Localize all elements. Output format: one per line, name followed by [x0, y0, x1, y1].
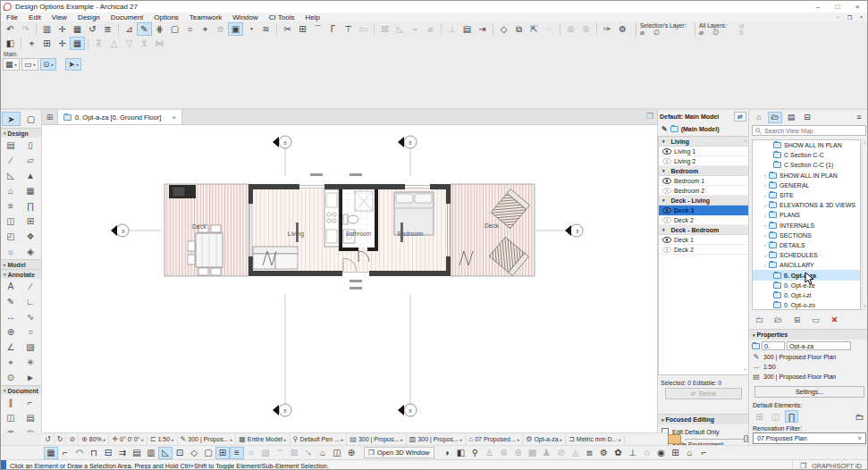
mdi-minimize-button[interactable]: – — [832, 14, 844, 21]
expander-icon[interactable]: › — [764, 263, 766, 268]
expander-icon[interactable]: › — [764, 222, 766, 228]
structure-display-combo[interactable]: ▦ Entire Model — [236, 434, 290, 445]
menu-item[interactable]: View — [46, 13, 72, 21]
layer-combination-combo[interactable]: ▤ 300 | Propos... — [347, 434, 406, 445]
mdi-restore-button[interactable]: ❐ — [844, 14, 855, 21]
design-options-toolbar-icon[interactable]: ▦ — [70, 37, 85, 50]
delete-icon[interactable]: ✕ — [828, 314, 841, 325]
fade-color-swatch[interactable] — [668, 434, 681, 444]
toolbox-section-document[interactable]: ▾Document — [1, 385, 41, 395]
guide-icon[interactable]: ⊟ — [101, 447, 115, 459]
more-options-icon[interactable]: ⁘ — [542, 22, 557, 36]
expander-icon[interactable]: › — [764, 193, 766, 198]
expander-icon[interactable]: › — [764, 213, 766, 218]
gravity-icon[interactable]: ⊿ — [122, 22, 137, 36]
tree-item[interactable]: › 0. Opt-o-zo — [753, 300, 860, 310]
text-tool[interactable]: A — [1, 279, 21, 294]
fill-tool[interactable]: ▨ — [21, 340, 40, 355]
renovation-icon[interactable]: ◧ — [3, 37, 18, 50]
diamond-snap-icon[interactable]: ◇ — [187, 447, 201, 459]
design-option-row[interactable]: Living 2 — [659, 156, 748, 166]
design-option-row[interactable]: Deck 2 — [659, 245, 748, 255]
section-tool[interactable]: ∥ — [1, 395, 21, 410]
maximize-button[interactable]: □ — [828, 3, 847, 11]
frame-icon[interactable]: ⊡ — [173, 447, 187, 459]
design-option-row[interactable]: Deck - Living — [659, 196, 748, 206]
sun-study-icon[interactable]: ◔ — [243, 22, 258, 36]
expander-icon[interactable]: › — [764, 182, 766, 188]
web-icon[interactable]: ⊛ — [563, 22, 578, 36]
tree-item[interactable]: › ANCILLARY — [753, 260, 860, 270]
tree-item[interactable]: › SCHEDULES — [753, 250, 860, 260]
shadow-icon[interactable]: ◧ — [454, 447, 468, 459]
menu-item[interactable]: Teamwork — [184, 13, 227, 21]
roof-tool[interactable]: ◺ — [1, 168, 21, 183]
tree-item[interactable]: › SECTIONS — [753, 231, 860, 240]
design-option-row[interactable]: Bedroom — [659, 166, 748, 176]
duplicate-icon[interactable]: ⧉ — [511, 22, 527, 36]
render-icon[interactable]: ▩ — [526, 447, 540, 459]
orbit-icon[interactable]: ⊛ — [497, 447, 511, 459]
coord-icon[interactable]: ⌗ — [244, 447, 258, 459]
menu-item[interactable]: CI Tools — [264, 13, 300, 21]
rotate-grid-icon[interactable]: ↺ — [85, 22, 100, 36]
arrow-tool[interactable]: ➤ — [2, 112, 21, 126]
search-input[interactable] — [764, 128, 863, 134]
camera-tool[interactable]: ◎ — [21, 425, 40, 432]
wall-element-icon[interactable]: ◫ — [769, 410, 782, 423]
document-icon[interactable]: ▭ — [356, 22, 371, 36]
visibility-eye-icon[interactable] — [662, 217, 671, 223]
tree-item[interactable]: › GENERAL — [753, 180, 860, 190]
scroll-up-icon[interactable]: ˄ — [744, 138, 746, 144]
visibility-eye-icon[interactable] — [662, 178, 671, 184]
grid-icon[interactable]: ▦ — [70, 22, 85, 36]
design-option-editor-combo[interactable]: ⊙ — [40, 58, 56, 71]
zoom-back-icon[interactable]: ↺ — [42, 434, 55, 445]
magnet-icon[interactable]: ⊓ — [87, 447, 101, 459]
story-up-icon[interactable]: ⊼ — [91, 37, 106, 50]
dimension-tool[interactable]: ↔ — [1, 309, 21, 324]
pen-combo[interactable]: ⚲ Default Pen ... — [291, 434, 348, 445]
move-icon[interactable]: ✛ — [55, 22, 70, 36]
bounding-box-icon[interactable]: ▢ — [167, 22, 182, 36]
design-option-row[interactable]: Deck 1 — [659, 206, 748, 215]
last-icon[interactable]: ⌐ — [697, 447, 712, 459]
morph-tool[interactable]: ◈ — [21, 244, 40, 259]
redo-icon[interactable]: ↷ — [18, 22, 33, 36]
align-icon[interactable]: ⊥ — [444, 22, 459, 36]
level-dimension-tool[interactable]: ⌖ — [1, 355, 21, 370]
add-view-icon[interactable]: ⊕ — [344, 447, 358, 459]
camera2-icon[interactable]: ◉ — [654, 447, 669, 459]
fit-view-icon[interactable]: ⊞ — [39, 37, 55, 50]
up-icon[interactable]: ⌃ — [273, 447, 287, 459]
layer-settings-icon[interactable]: ≣ — [100, 22, 115, 36]
new-folder-icon[interactable]: 🗀 — [753, 314, 766, 325]
tab-opt-a-za[interactable]: 0. Opt-a-za [0. Ground Floor] × — [58, 110, 182, 124]
tree-item[interactable]: › SITE — [753, 190, 860, 200]
renovation-combo[interactable]: ⌂ 07 Proposed... — [466, 434, 523, 445]
pen-set-combo[interactable]: ✎ 300 | Propos... — [178, 434, 237, 445]
menu-item[interactable]: File — [1, 13, 23, 21]
toolbox-section-model[interactable]: ▸Model — [1, 259, 41, 269]
label-tool[interactable]: ✎ — [1, 294, 21, 309]
resize-icon[interactable]: ⌀ — [423, 22, 438, 36]
lock-icon[interactable]: ○ — [182, 22, 198, 36]
open-3d-window-button[interactable]: ❐ Open 3D Window — [364, 447, 434, 458]
object-tool[interactable]: ❖ — [21, 229, 40, 244]
settings-button[interactable]: Settings... — [754, 386, 864, 398]
zoom-forward-icon[interactable]: ↻ — [55, 434, 67, 445]
expander-icon[interactable]: › — [764, 232, 766, 238]
view-id-field[interactable] — [762, 341, 785, 350]
grid-element-icon[interactable]: ⊞ — [753, 410, 766, 423]
visibility-eye-icon[interactable] — [662, 148, 671, 155]
marquee-tool[interactable]: ▢ — [21, 112, 40, 126]
interior-elevation-tool[interactable]: ◫ — [1, 410, 21, 425]
arc-icon[interactable]: ◠ — [72, 447, 87, 459]
focused-editing-header[interactable]: Focused Editing — [658, 414, 749, 424]
visibility-eye-icon[interactable] — [662, 207, 671, 214]
level-icon[interactable]: ⊥ — [626, 447, 640, 459]
tree-item[interactable]: › DETAILS — [753, 240, 860, 250]
layout-grid-icon[interactable]: ⊞ — [669, 447, 683, 459]
pen-set-row[interactable]: ✎ 300 | Proposed Floor Plan — [752, 353, 836, 361]
cancel-icon[interactable]: ⊠ — [287, 447, 301, 459]
